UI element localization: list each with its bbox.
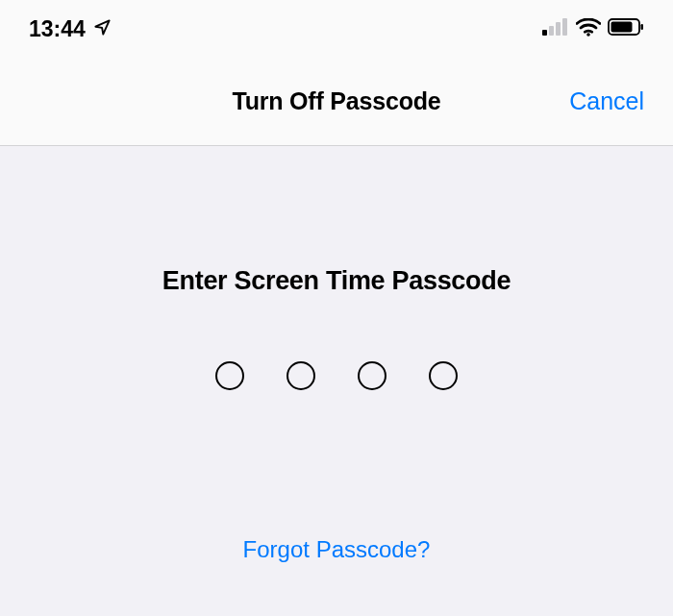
status-time: 13:44 <box>29 16 86 42</box>
svg-rect-6 <box>611 22 633 33</box>
svg-rect-3 <box>562 18 567 36</box>
passcode-prompt: Enter Screen Time Passcode <box>0 266 673 296</box>
battery-icon <box>608 18 644 39</box>
passcode-dot-3 <box>358 361 386 390</box>
passcode-dot-2 <box>287 361 315 390</box>
svg-point-4 <box>586 33 590 37</box>
location-icon <box>93 16 112 42</box>
passcode-dots[interactable] <box>0 361 673 390</box>
cancel-button[interactable]: Cancel <box>569 87 644 115</box>
wifi-icon <box>576 18 601 40</box>
status-bar: 13:44 <box>0 0 673 58</box>
passcode-dot-4 <box>429 361 458 390</box>
page-title: Turn Off Passcode <box>232 87 440 115</box>
svg-rect-1 <box>549 26 554 36</box>
passcode-dot-1 <box>215 361 244 390</box>
nav-bar: Turn Off Passcode Cancel <box>0 58 673 146</box>
svg-rect-2 <box>556 22 561 36</box>
content-area: Enter Screen Time Passcode Forgot Passco… <box>0 146 673 563</box>
forgot-passcode-button[interactable]: Forgot Passcode? <box>243 536 431 563</box>
status-left: 13:44 <box>29 16 112 42</box>
signal-icon <box>542 18 569 39</box>
svg-rect-7 <box>641 24 644 30</box>
status-right <box>542 18 644 40</box>
svg-rect-0 <box>542 30 547 36</box>
